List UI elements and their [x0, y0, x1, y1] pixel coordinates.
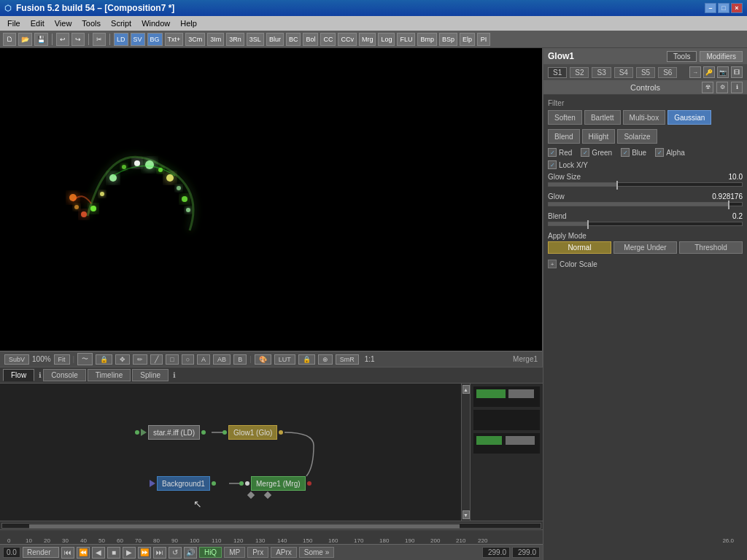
apply-threshold[interactable]: Threshold — [679, 241, 743, 254]
toolbar-3rn[interactable]: 3Rn — [226, 33, 244, 46]
restore-button[interactable]: □ — [718, 3, 729, 13]
blend-slider[interactable] — [548, 222, 743, 226]
toolbar-bsp[interactable]: BSp — [439, 33, 457, 46]
stream-s6[interactable]: S6 — [658, 67, 677, 78]
node-merge1[interactable]: Merge1 (Mrg) — [239, 476, 311, 491]
playback-next-frame[interactable]: ▶ — [123, 547, 136, 559]
node-bg[interactable]: Background1 — [150, 476, 216, 491]
toolbar-bol[interactable]: Bol — [303, 33, 318, 46]
toolbar-3sl[interactable]: 3SL — [247, 33, 264, 46]
stream-s3[interactable]: S3 — [592, 67, 611, 78]
filter-solarize[interactable]: Solarize — [617, 129, 657, 144]
playback-render[interactable]: Render — [23, 547, 59, 558]
viewer-text-a-btn[interactable]: A — [197, 354, 210, 365]
glow-thumb[interactable] — [728, 201, 729, 209]
stream-camera-icon[interactable]: 📷 — [717, 66, 729, 78]
blend-thumb[interactable] — [587, 220, 589, 229]
viewer-rect-btn[interactable]: □ — [166, 354, 178, 365]
apply-merge-under[interactable]: Merge Under — [614, 241, 677, 254]
toolbar-pi[interactable]: PI — [477, 33, 490, 46]
viewer-canvas[interactable] — [0, 48, 542, 351]
viewer-wave-btn[interactable]: 〜 — [77, 353, 93, 365]
viewer-text-ab-btn[interactable]: AB — [213, 354, 231, 365]
flow-vscroll[interactable]: ▲ ▼ — [461, 384, 470, 521]
toolbar-bmp[interactable]: Bmp — [417, 33, 437, 46]
checkbox-green[interactable]: Green — [581, 148, 612, 157]
stream-s1[interactable]: S1 — [548, 67, 567, 78]
playback-stop[interactable]: ■ — [107, 547, 120, 559]
toolbar-log[interactable]: Log — [378, 33, 395, 46]
fit-btn[interactable]: Fit — [54, 354, 70, 365]
quality-mp[interactable]: MP — [224, 547, 245, 558]
stream-key-icon[interactable]: 🔑 — [703, 66, 715, 78]
flow-hscroll-track[interactable] — [1, 523, 541, 529]
toolbar-blur[interactable]: Blur — [266, 33, 284, 46]
checkbox-alpha[interactable]: Alpha — [655, 148, 685, 157]
tabs-info-icon[interactable]: ℹ — [173, 371, 176, 379]
gear-icon[interactable]: ⚙ — [716, 82, 728, 93]
flow-area[interactable]: star.#.iff (LD) Glow1 (Glo) Background1 — [0, 384, 461, 521]
stream-arrow-icon[interactable]: → — [689, 66, 701, 78]
cb-red[interactable] — [548, 148, 557, 157]
viewer-move-btn[interactable]: ✥ — [115, 354, 130, 365]
minimize-button[interactable]: – — [705, 3, 716, 13]
toolbar-txt[interactable]: Txt+ — [165, 33, 184, 46]
filter-soften[interactable]: Soften — [548, 110, 582, 125]
checkbox-red[interactable]: Red — [548, 148, 572, 157]
flow-scroll-down[interactable]: ▼ — [462, 510, 470, 519]
glow-size-slider[interactable] — [548, 182, 743, 187]
menu-script[interactable]: Script — [107, 18, 136, 29]
stream-film-icon[interactable]: 🎞 — [731, 66, 743, 78]
flow-scroll-up[interactable]: ▲ — [462, 385, 470, 394]
toolbar-3cm[interactable]: 3Cm — [185, 33, 205, 46]
viewer-lut-btn[interactable]: LUT — [274, 354, 295, 365]
node-star[interactable]: star.#.iff (LD) — [135, 425, 206, 440]
quality-aprx[interactable]: APrx — [271, 547, 297, 558]
playback-skip-end[interactable]: ⏭ — [153, 547, 166, 559]
toolbar-bc[interactable]: BC — [286, 33, 301, 46]
playback-skip-start[interactable]: ⏮ — [61, 547, 74, 559]
playback-step-forward[interactable]: ⏩ — [138, 547, 151, 559]
flow-hscroll-thumb[interactable] — [29, 524, 460, 529]
viewer-roi-btn[interactable]: ⊕ — [318, 354, 333, 365]
checkbox-lockxy[interactable]: Lock X/Y — [548, 160, 588, 169]
toolbar-ccv[interactable]: CCv — [338, 33, 357, 46]
color-scale-expand[interactable]: + — [548, 260, 557, 268]
toolbar-open[interactable]: 📂 — [18, 33, 32, 46]
radiation-icon[interactable]: ☢ — [702, 82, 713, 93]
quality-hiq[interactable]: HiQ — [199, 547, 222, 558]
viewer-line-btn[interactable]: ╱ — [150, 354, 163, 365]
checkbox-blue[interactable]: Blue — [621, 148, 646, 157]
stream-s5[interactable]: S5 — [636, 67, 655, 78]
toolbar-new[interactable]: 🗋 — [3, 33, 16, 46]
toolbar-save[interactable]: 💾 — [34, 33, 48, 46]
subview-btn[interactable]: SubV — [4, 354, 29, 365]
toolbar-redo[interactable]: ↪ — [71, 33, 85, 46]
viewer-lock2-btn[interactable]: 🔒 — [298, 354, 315, 365]
menu-view[interactable]: View — [50, 18, 77, 29]
node-merge1-box[interactable]: Merge1 (Mrg) — [251, 476, 306, 491]
glow-size-thumb[interactable] — [616, 181, 618, 190]
filter-multibox[interactable]: Multi-box — [623, 110, 666, 125]
playback-loop[interactable]: ↺ — [169, 547, 182, 559]
cb-blue[interactable] — [621, 148, 630, 157]
info-icon[interactable]: ℹ — [731, 82, 743, 93]
toolbar-cc[interactable]: CC — [320, 33, 336, 46]
toolbar-bg[interactable]: BG — [147, 33, 163, 46]
cb-lockxy[interactable] — [548, 160, 557, 169]
tab-timeline[interactable]: Timeline — [88, 369, 131, 381]
toolbar-ld[interactable]: LD — [114, 33, 128, 46]
toolbar-undo[interactable]: ↩ — [56, 33, 69, 46]
close-button[interactable]: × — [731, 3, 743, 13]
viewer-circle-btn[interactable]: ○ — [182, 354, 194, 365]
viewer-colors-btn[interactable]: 🎨 — [255, 354, 271, 365]
tab-console[interactable]: Console — [43, 369, 86, 381]
node-glow1-box[interactable]: Glow1 (Glo) — [228, 425, 277, 440]
quality-prx[interactable]: Prx — [247, 547, 268, 558]
tab-tools[interactable]: Tools — [667, 51, 697, 62]
toolbar-3im[interactable]: 3Im — [207, 33, 224, 46]
glow-slider[interactable] — [548, 202, 743, 206]
node-glow1[interactable]: Glow1 (Glo) — [222, 425, 283, 440]
playback-audio[interactable]: 🔊 — [184, 547, 197, 559]
stream-s4[interactable]: S4 — [614, 67, 633, 78]
